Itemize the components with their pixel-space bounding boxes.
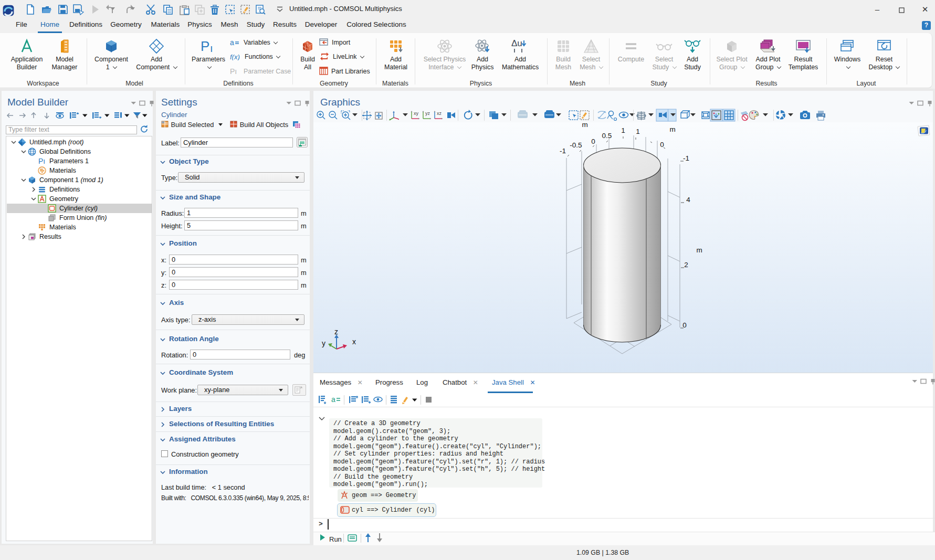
svg-text:a: a: [331, 395, 335, 404]
svg-text:0: 0: [660, 141, 664, 149]
svg-text:0: 0: [591, 138, 595, 145]
svg-text:ı: ı: [210, 43, 213, 54]
svg-text:a: a: [230, 39, 234, 46]
svg-text:0.5: 0.5: [602, 132, 612, 140]
svg-text:0: 0: [682, 321, 687, 329]
svg-text:P: P: [201, 38, 209, 54]
svg-text:Δu: Δu: [511, 38, 522, 48]
svg-text:1: 1: [621, 126, 625, 134]
svg-text:z: z: [334, 327, 338, 336]
svg-text:x: x: [352, 337, 356, 346]
svg-text:-1: -1: [560, 147, 566, 155]
svg-text:Pı: Pı: [230, 68, 237, 75]
svg-text:2: 2: [684, 261, 688, 269]
svg-text:-1: -1: [683, 154, 689, 162]
svg-text:f(x): f(x): [230, 53, 240, 60]
svg-text:m: m: [669, 125, 675, 133]
svg-text:Pı: Pı: [38, 157, 45, 165]
svg-text:yz: yz: [425, 111, 430, 116]
svg-text:m: m: [582, 122, 587, 129]
svg-text:y: y: [322, 339, 325, 347]
svg-text:xz: xz: [437, 111, 442, 116]
svg-text:xy: xy: [414, 111, 419, 116]
svg-text:m: m: [696, 246, 702, 254]
svg-text:1: 1: [636, 128, 640, 135]
svg-text:4: 4: [686, 196, 690, 204]
svg-text:-0.5: -0.5: [570, 141, 582, 149]
